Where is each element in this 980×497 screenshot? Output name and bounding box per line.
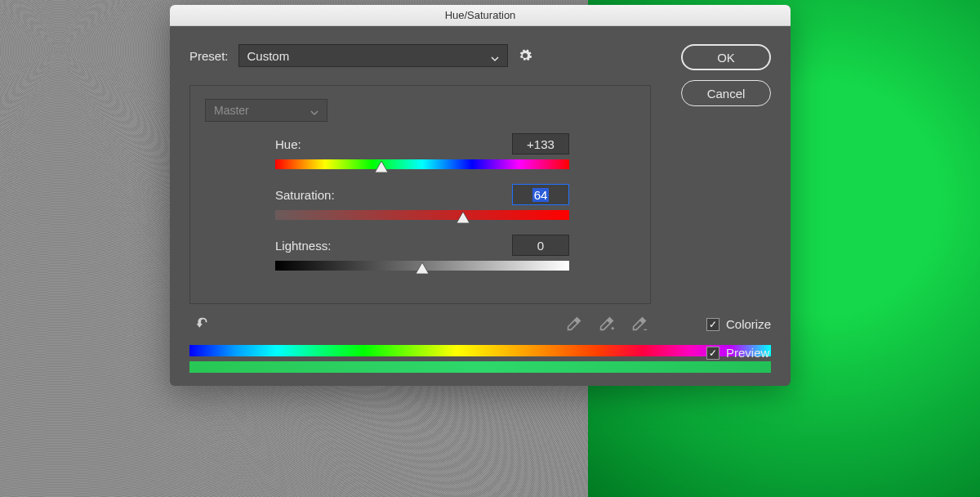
lightness-value-input[interactable]: 0: [512, 235, 569, 256]
saturation-slider-block: Saturation: 64: [275, 184, 569, 220]
colorize-checkbox[interactable]: [706, 318, 719, 331]
targeted-adjustment-icon[interactable]: [193, 316, 211, 334]
hue-slider-track[interactable]: [275, 159, 569, 169]
dialog-titlebar[interactable]: Hue/Saturation: [170, 5, 791, 26]
colorize-row[interactable]: Colorize: [706, 317, 771, 331]
preview-checkbox[interactable]: [706, 347, 719, 360]
input-spectrum-bar: [189, 345, 771, 356]
svg-marker-2: [416, 262, 429, 274]
colorize-label: Colorize: [726, 317, 771, 331]
preset-value: Custom: [247, 49, 290, 63]
svg-marker-0: [375, 161, 388, 172]
dialog-body: Preset: Custom OK Cancel Master: [170, 26, 791, 386]
output-spectrum-bar: [189, 361, 771, 373]
channel-select[interactable]: Master: [205, 99, 327, 122]
saturation-slider-thumb[interactable]: [457, 212, 470, 223]
options-checkboxes: Colorize Preview: [706, 312, 771, 360]
preset-label: Preset:: [189, 49, 229, 63]
preview-row[interactable]: Preview: [706, 346, 771, 360]
saturation-value-input[interactable]: 64: [512, 184, 569, 205]
adjustment-group: Master Hue: +133: [189, 85, 651, 304]
hue-slider-thumb[interactable]: [375, 161, 388, 172]
svg-marker-1: [457, 212, 470, 223]
cancel-button[interactable]: Cancel: [681, 80, 771, 106]
lightness-slider-thumb[interactable]: [416, 262, 429, 274]
hue-value-input[interactable]: +133: [512, 133, 569, 154]
lightness-slider-block: Lightness: 0: [275, 235, 569, 271]
preset-options-button[interactable]: [518, 48, 532, 63]
lightness-slider-track[interactable]: [275, 261, 569, 271]
eyedropper-group: [564, 316, 648, 334]
dialog-title: Hue/Saturation: [445, 9, 516, 21]
preview-label: Preview: [726, 346, 769, 360]
hue-label: Hue:: [275, 137, 301, 151]
eyedropper-plus-icon[interactable]: [597, 316, 615, 334]
lightness-label: Lightness:: [275, 239, 331, 253]
dialog-button-column: OK Cancel: [681, 44, 771, 106]
channel-value: Master: [214, 104, 249, 117]
chevron-down-icon: [310, 106, 318, 114]
hue-saturation-dialog: Hue/Saturation Preset: Custom OK Cancel: [170, 5, 791, 386]
saturation-slider-track[interactable]: [275, 210, 569, 220]
eyedropper-minus-icon[interactable]: [630, 316, 648, 334]
tools-row: [189, 316, 651, 334]
preset-select[interactable]: Custom: [238, 44, 508, 67]
ok-button[interactable]: OK: [681, 44, 771, 70]
eyedropper-icon[interactable]: [564, 316, 582, 334]
chevron-down-icon: [491, 51, 499, 60]
hue-slider-block: Hue: +133: [275, 133, 569, 169]
saturation-label: Saturation:: [275, 188, 335, 202]
